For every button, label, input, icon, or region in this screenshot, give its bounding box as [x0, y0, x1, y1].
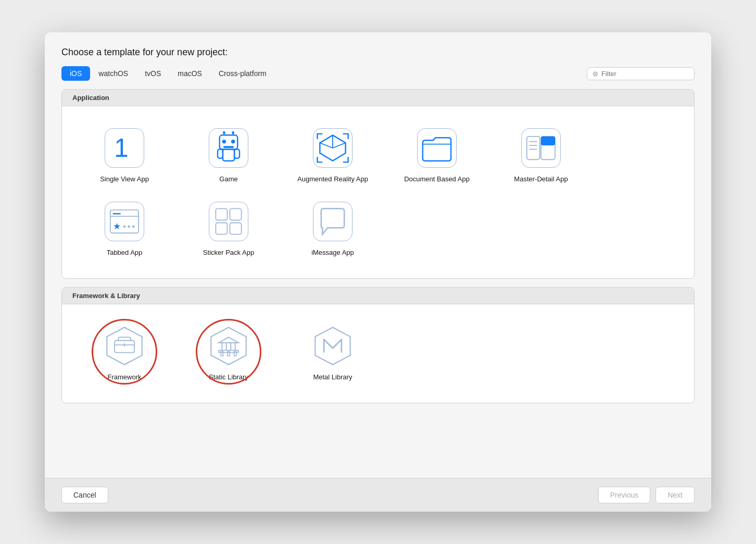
- dialog-title: Choose a template for your new project:: [61, 47, 695, 58]
- static-library-icon: [208, 325, 249, 367]
- svg-rect-18: [541, 137, 555, 145]
- template-imessage-app[interactable]: iMessage App: [281, 192, 385, 266]
- template-master-detail-app[interactable]: Master-Detail App: [489, 119, 593, 192]
- template-single-view-app[interactable]: 1 Single View App: [72, 119, 177, 192]
- framework-label: Framework: [107, 373, 141, 382]
- metal-library-label: Metal Library: [313, 373, 352, 382]
- framework-library-section-header: Framework & Library: [62, 288, 694, 304]
- template-framework[interactable]: Framework: [72, 317, 177, 390]
- content-area: Application 1 Single View App: [45, 81, 711, 478]
- filter-icon: ⊜: [593, 70, 598, 78]
- svg-point-26: [123, 225, 126, 228]
- document-based-app-icon: [416, 127, 458, 169]
- svg-marker-37: [211, 327, 246, 365]
- application-section: Application 1 Single View App: [61, 89, 695, 279]
- next-button[interactable]: Next: [656, 487, 695, 503]
- template-ar-app[interactable]: Augmented Reality App: [281, 119, 385, 192]
- new-project-dialog: Choose a template for your new project: …: [45, 32, 711, 512]
- tabbed-app-label: Tabbed App: [107, 249, 143, 257]
- template-game[interactable]: Game: [177, 119, 281, 192]
- svg-text:1: 1: [114, 133, 128, 162]
- ar-app-icon: [312, 127, 354, 169]
- tabbed-app-icon: ★: [104, 201, 145, 242]
- tab-watchos[interactable]: watchOS: [90, 66, 136, 81]
- framework-icon: [104, 325, 145, 367]
- svg-point-9: [223, 131, 225, 134]
- svg-point-27: [128, 225, 130, 228]
- metal-library-icon: [312, 325, 354, 367]
- template-metal-library[interactable]: Metal Library: [281, 317, 385, 390]
- svg-rect-6: [234, 149, 240, 158]
- filter-input[interactable]: [601, 70, 689, 78]
- framework-library-templates-grid: Framework: [62, 304, 694, 403]
- imessage-app-label: iMessage App: [311, 249, 354, 257]
- filter-box[interactable]: ⊜: [587, 67, 695, 80]
- document-based-app-label: Document Based App: [404, 175, 470, 184]
- template-tabbed-app[interactable]: ★ Tabbed App: [72, 192, 177, 266]
- svg-rect-4: [223, 146, 234, 148]
- svg-rect-16: [527, 137, 540, 159]
- tab-macos[interactable]: macOS: [169, 66, 210, 81]
- dialog-footer: Cancel Previous Next: [45, 478, 711, 512]
- svg-point-28: [132, 225, 135, 228]
- single-view-app-label: Single View App: [100, 175, 149, 184]
- svg-line-14: [320, 143, 333, 148]
- svg-marker-47: [315, 327, 350, 365]
- svg-line-15: [333, 143, 346, 148]
- platform-tabs: iOS watchOS tvOS macOS Cross-platform ⊜: [45, 66, 711, 81]
- svg-text:★: ★: [113, 221, 121, 231]
- master-detail-app-icon: [520, 127, 562, 169]
- game-label: Game: [219, 175, 237, 184]
- game-icon: [208, 127, 249, 169]
- sticker-pack-app-label: Sticker Pack App: [203, 249, 254, 257]
- tab-ios[interactable]: iOS: [61, 66, 90, 81]
- svg-point-3: [231, 140, 235, 143]
- static-library-label: Static Library: [209, 373, 248, 382]
- application-templates-grid: 1 Single View App: [62, 106, 694, 278]
- svg-point-2: [222, 140, 226, 143]
- nav-buttons: Previous Next: [598, 487, 695, 503]
- svg-rect-5: [218, 149, 223, 158]
- svg-rect-30: [230, 208, 241, 220]
- cancel-button[interactable]: Cancel: [61, 487, 108, 503]
- template-static-library[interactable]: Static Library: [177, 317, 281, 390]
- tab-crossplatform[interactable]: Cross-platform: [210, 66, 275, 81]
- svg-point-11: [232, 131, 234, 134]
- svg-rect-31: [216, 222, 227, 234]
- ar-app-label: Augmented Reality App: [297, 175, 368, 184]
- master-detail-app-label: Master-Detail App: [514, 175, 568, 184]
- svg-rect-7: [223, 149, 234, 160]
- imessage-app-icon: [312, 201, 354, 242]
- framework-library-section: Framework & Library: [61, 287, 695, 403]
- template-document-based-app[interactable]: Document Based App: [385, 119, 489, 192]
- svg-rect-29: [216, 208, 227, 220]
- svg-marker-46: [219, 337, 238, 343]
- single-view-app-icon: 1: [104, 127, 145, 169]
- application-section-header: Application: [62, 90, 694, 106]
- sticker-pack-app-icon: [208, 201, 249, 242]
- template-sticker-pack-app[interactable]: Sticker Pack App: [177, 192, 281, 266]
- previous-button[interactable]: Previous: [598, 487, 650, 503]
- tab-tvos[interactable]: tvOS: [136, 66, 169, 81]
- svg-rect-32: [230, 222, 241, 234]
- dialog-header: Choose a template for your new project:: [45, 32, 711, 66]
